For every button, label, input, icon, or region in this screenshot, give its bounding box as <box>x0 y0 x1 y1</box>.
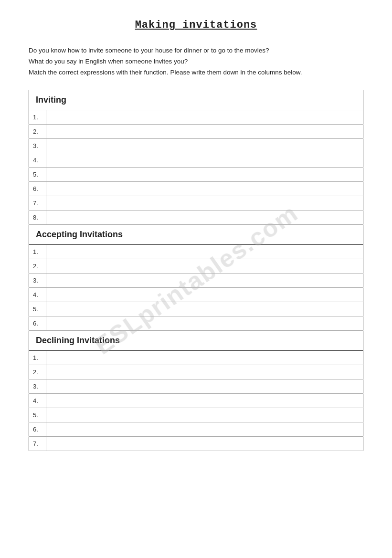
table-row: 2. <box>29 259 363 273</box>
intro-paragraph: Do you know how to invite someone to you… <box>29 45 363 78</box>
row-content-declining-4 <box>46 393 363 408</box>
row-number-inviting-4: 4. <box>29 153 46 167</box>
row-content-declining-1 <box>46 350 363 365</box>
intro-line-1: Do you know how to invite someone to you… <box>29 47 269 54</box>
row-number-inviting-5: 5. <box>29 167 46 181</box>
row-content-accepting-4 <box>46 287 363 302</box>
row-content-inviting-2 <box>46 124 363 138</box>
row-content-declining-6 <box>46 422 363 436</box>
table-row: 4. <box>29 153 363 167</box>
row-content-inviting-6 <box>46 181 363 196</box>
row-number-declining-3: 3. <box>29 379 46 393</box>
row-content-accepting-5 <box>46 302 363 316</box>
row-content-inviting-4 <box>46 153 363 167</box>
row-number-inviting-7: 7. <box>29 196 46 210</box>
row-content-accepting-1 <box>46 244 363 259</box>
row-content-declining-7 <box>46 436 363 451</box>
row-number-accepting-5: 5. <box>29 302 46 316</box>
table-row: 3. <box>29 379 363 393</box>
table-row: 7. <box>29 196 363 210</box>
row-number-declining-7: 7. <box>29 436 46 451</box>
table-row: 1. <box>29 350 363 365</box>
section-header-declining: Declining Invitations <box>29 330 363 350</box>
row-number-accepting-2: 2. <box>29 259 46 273</box>
table-row: 5. <box>29 408 363 422</box>
row-number-accepting-1: 1. <box>29 244 46 259</box>
main-table: Inviting1.2.3.4.5.6.7.8.Accepting Invita… <box>29 90 363 451</box>
table-row: 6. <box>29 316 363 330</box>
table-row: 6. <box>29 181 363 196</box>
table-row: 7. <box>29 436 363 451</box>
table-row: 4. <box>29 287 363 302</box>
table-row: 1. <box>29 244 363 259</box>
row-content-accepting-6 <box>46 316 363 330</box>
section-header-inviting: Inviting <box>29 90 363 110</box>
row-number-inviting-1: 1. <box>29 110 46 124</box>
row-number-accepting-6: 6. <box>29 316 46 330</box>
intro-line-3: Match the correct expressions with their… <box>29 69 302 76</box>
row-number-inviting-3: 3. <box>29 138 46 153</box>
table-row: 5. <box>29 302 363 316</box>
row-content-inviting-3 <box>46 138 363 153</box>
section-label-declining: Declining Invitations <box>29 330 363 350</box>
row-number-declining-5: 5. <box>29 408 46 422</box>
row-number-accepting-4: 4. <box>29 287 46 302</box>
table-row: 8. <box>29 210 363 224</box>
intro-line-2: What do you say in English when someone … <box>29 58 188 65</box>
row-number-inviting-2: 2. <box>29 124 46 138</box>
table-row: 2. <box>29 124 363 138</box>
section-label-accepting: Accepting Invitations <box>29 224 363 244</box>
section-label-inviting: Inviting <box>29 90 363 110</box>
row-number-inviting-6: 6. <box>29 181 46 196</box>
table-row: 5. <box>29 167 363 181</box>
row-content-inviting-8 <box>46 210 363 224</box>
row-number-declining-1: 1. <box>29 350 46 365</box>
table-row: 3. <box>29 138 363 153</box>
row-content-declining-5 <box>46 408 363 422</box>
section-header-accepting: Accepting Invitations <box>29 224 363 244</box>
table-row: 1. <box>29 110 363 124</box>
row-content-declining-2 <box>46 365 363 379</box>
row-number-accepting-3: 3. <box>29 273 46 287</box>
table-row: 4. <box>29 393 363 408</box>
row-number-declining-2: 2. <box>29 365 46 379</box>
row-number-declining-4: 4. <box>29 393 46 408</box>
row-content-inviting-1 <box>46 110 363 124</box>
row-content-inviting-7 <box>46 196 363 210</box>
row-content-accepting-2 <box>46 259 363 273</box>
row-content-accepting-3 <box>46 273 363 287</box>
table-row: 6. <box>29 422 363 436</box>
row-content-declining-3 <box>46 379 363 393</box>
row-number-inviting-8: 8. <box>29 210 46 224</box>
row-number-declining-6: 6. <box>29 422 46 436</box>
row-content-inviting-5 <box>46 167 363 181</box>
page-title: Making invitations <box>29 19 363 31</box>
table-row: 2. <box>29 365 363 379</box>
table-row: 3. <box>29 273 363 287</box>
